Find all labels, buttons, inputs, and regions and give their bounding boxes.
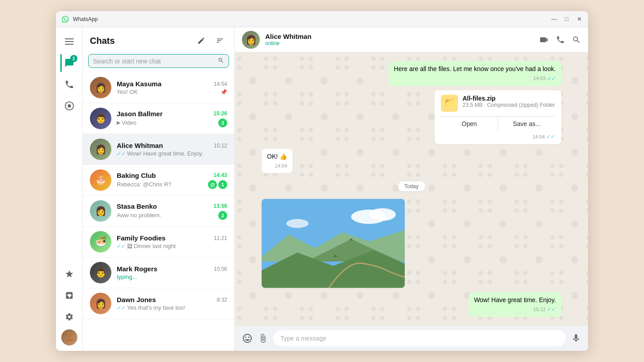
chat-item-alice[interactable]: 👩 Alice Whitman 15:12 ✓✓ Wow! Have great…: [83, 134, 234, 165]
svg-rect-2: [65, 44, 74, 45]
messages-area: Here are all the files. Let me know once…: [235, 52, 588, 326]
file-time: 14:04: [532, 134, 545, 139]
emoji-button[interactable]: [242, 333, 253, 344]
message-text-ok: OK! 👍: [267, 153, 287, 160]
message-meta-1: 14:03 ✓✓: [394, 75, 556, 83]
chat-list-title: Chats: [90, 36, 115, 46]
avatar-stasa: 👩: [90, 200, 111, 222]
read-receipt-2: ✓✓: [547, 306, 556, 313]
chat-contact-avatar[interactable]: 👩: [242, 31, 260, 49]
mountain-svg: [262, 199, 405, 287]
chat-item-baking[interactable]: 🎂 Baking Club 14:43 Rebecca: @Chris R? @…: [83, 165, 234, 196]
chat-time-dawn: 8:32: [217, 297, 227, 303]
chat-item-maya[interactable]: 👩 Maya Kasuma 14:54 Yes! OK 📌: [83, 72, 234, 103]
image-placeholder: [262, 199, 405, 287]
chat-list-header: Chats: [83, 27, 234, 52]
nav-user-avatar[interactable]: [61, 329, 77, 345]
nav-archive-button[interactable]: [60, 286, 78, 304]
message-bubble-sent-1: Here are all the files. Let me know once…: [389, 61, 561, 86]
message-bubble-sent-2: Wow! Have great time. Enjoy. 15:12 ✓✓: [469, 292, 561, 317]
new-chat-button[interactable]: [194, 34, 208, 48]
app-window: WhatsApp — □ ✕ 3: [56, 11, 588, 351]
open-file-button[interactable]: Open: [441, 117, 498, 131]
chat-name-maya: Maya Kasuma: [117, 80, 161, 88]
active-indicator: [60, 54, 62, 72]
chat-name-dawn: Dawn Jones: [117, 296, 156, 303]
message-time-ok: 14:04: [275, 163, 287, 169]
chat-contact-name: Alice Whitman: [265, 33, 534, 40]
nav-starred-button[interactable]: [60, 265, 78, 283]
search-messages-button[interactable]: [572, 35, 581, 45]
avatar-baking: 🎂: [90, 169, 111, 191]
maximize-button[interactable]: □: [563, 16, 570, 23]
message-text-1: Here are all the files. Let me know once…: [394, 65, 556, 72]
chat-time-baking: 14:43: [213, 172, 227, 178]
chat-item-mark[interactable]: 👨 Mark Rogers 10:56 typing...: [83, 257, 234, 288]
badge-stasa: 2: [218, 211, 227, 220]
avatar-maya: 👩: [90, 77, 111, 98]
avatar-dawn: 👩: [90, 293, 111, 314]
video-preview-icon: ▶: [117, 120, 120, 126]
title-bar: WhatsApp — □ ✕: [56, 11, 588, 27]
chat-info-stasa: Stasa Benko 13:56 Aww no problem. 2: [117, 202, 227, 220]
search-input[interactable]: [93, 58, 215, 65]
file-actions: Open Save as...: [441, 116, 555, 131]
message-bubble-received-1: OK! 👍 14:04: [262, 149, 292, 173]
search-bar: [83, 52, 234, 72]
svg-rect-0: [65, 38, 74, 39]
message-meta-ok: 14:04: [267, 163, 287, 169]
svg-point-7: [369, 208, 396, 221]
pin-icon-maya: 📌: [220, 89, 227, 95]
save-file-button[interactable]: Save as...: [499, 117, 555, 131]
nav-settings-button[interactable]: [60, 308, 78, 326]
message-text-2: Wow! Have great time. Enjoy.: [474, 296, 556, 303]
nav-menu-button[interactable]: [60, 33, 78, 51]
chat-preview-family: ✓✓ 🖼 Dinner last night: [117, 243, 227, 249]
chat-name-stasa: Stasa Benko: [117, 202, 157, 210]
microphone-button[interactable]: [571, 333, 581, 343]
app-title: WhatsApp: [73, 16, 547, 22]
attach-button[interactable]: [258, 333, 268, 343]
chat-panel: 👩 Alice Whitman online: [235, 27, 588, 351]
double-check-dawn: ✓✓: [117, 305, 126, 311]
chat-header-actions: [539, 35, 581, 45]
chat-info-alice: Alice Whitman 15:12 ✓✓ Wow! Have great t…: [117, 142, 227, 157]
double-check-family: ✓✓: [117, 243, 126, 249]
file-meta: 14:04 ✓✓: [441, 134, 555, 140]
chat-item-jason[interactable]: 👨 Jason Ballmer 15:26 ▶ Video 3: [83, 103, 234, 134]
chat-time-maya: 14:54: [214, 81, 227, 87]
search-icon[interactable]: [218, 57, 224, 65]
chat-header-info: Alice Whitman online: [265, 33, 534, 46]
nav-chats-button[interactable]: 3: [60, 54, 78, 72]
nav-status-button[interactable]: [60, 97, 78, 115]
chat-info-family: Family Foodies 11:21 ✓✓ 🖼 Dinner last ni…: [117, 234, 227, 249]
filter-button[interactable]: [213, 34, 227, 48]
chat-preview-stasa: Aww no problem.: [117, 212, 218, 219]
image-preview-icon: 🖼: [127, 243, 132, 249]
chat-preview-maya: Yes! OK: [117, 88, 220, 95]
voice-call-button[interactable]: [556, 35, 565, 45]
chat-name-jason: Jason Ballmer: [117, 110, 163, 118]
chat-list-header-icons: [194, 34, 227, 48]
file-read-receipt: ✓✓: [546, 134, 555, 140]
video-call-button[interactable]: [539, 35, 549, 45]
nav-calls-button[interactable]: [60, 76, 78, 93]
chat-name-alice: Alice Whitman: [117, 142, 163, 149]
date-divider: Today: [262, 182, 561, 190]
svg-point-8: [286, 219, 309, 228]
message-input[interactable]: [273, 330, 566, 346]
nav-bottom-section: [60, 265, 78, 345]
minimize-button[interactable]: —: [551, 16, 558, 23]
chat-list: 👩 Maya Kasuma 14:54 Yes! OK 📌: [83, 72, 234, 351]
chat-item-family[interactable]: 🍜 Family Foodies 11:21 ✓✓ 🖼 Dinner last …: [83, 227, 234, 257]
chat-name-mark: Mark Rogers: [117, 265, 157, 273]
file-details: All-files.zip 23.5 MB · Compressed (zipp…: [462, 95, 555, 108]
chat-item-stasa[interactable]: 👩 Stasa Benko 13:56 Aww no problem. 2: [83, 196, 234, 227]
close-button[interactable]: ✕: [576, 16, 583, 23]
chat-item-dawn[interactable]: 👩 Dawn Jones 8:32 ✓✓ Yes that's my fave …: [83, 288, 234, 319]
chat-header: 👩 Alice Whitman online: [235, 27, 588, 52]
chat-list-panel: Chats: [83, 27, 235, 351]
window-controls: — □ ✕: [551, 16, 583, 23]
chat-name-family: Family Foodies: [117, 234, 165, 242]
avatar-alice: 👩: [90, 139, 111, 160]
